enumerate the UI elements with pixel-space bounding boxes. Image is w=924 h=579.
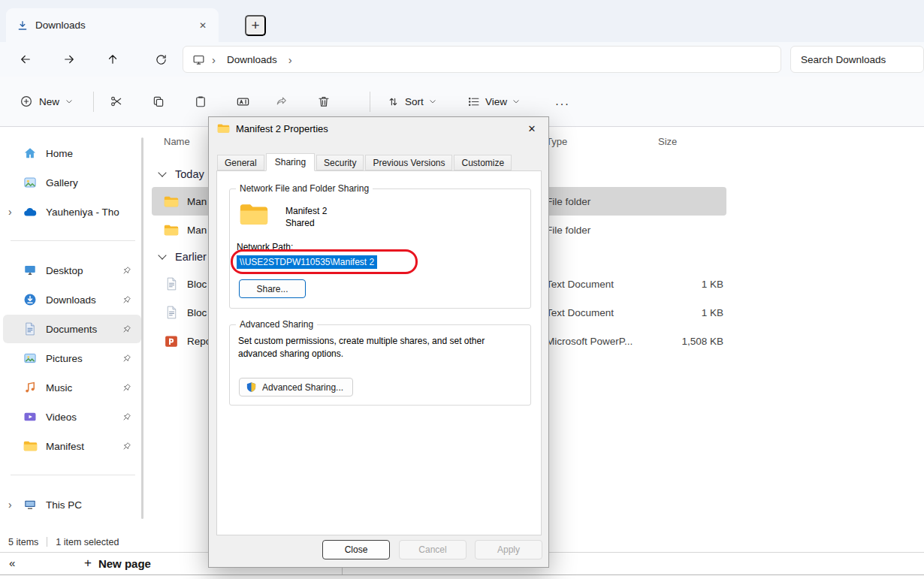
share-button-toolbar[interactable] xyxy=(267,86,297,116)
pin-icon xyxy=(122,324,131,333)
plus-icon: + xyxy=(84,556,92,571)
sidebar-scrollbar[interactable] xyxy=(141,137,143,519)
folder-icon xyxy=(21,440,39,452)
sidebar-item-music[interactable]: Music xyxy=(3,373,141,402)
expand-chevron-icon[interactable]: › xyxy=(8,499,21,511)
sidebar-item-desktop[interactable]: Desktop xyxy=(3,256,141,285)
this-pc-icon xyxy=(21,498,39,511)
view-button[interactable]: View xyxy=(460,86,527,116)
sidebar-item-documents[interactable]: Documents xyxy=(3,315,141,343)
tab-general[interactable]: General xyxy=(217,155,264,170)
scissors-icon xyxy=(110,95,123,108)
expand-chevron-icon[interactable]: › xyxy=(8,206,21,218)
up-button[interactable] xyxy=(98,45,127,74)
apply-button[interactable]: Apply xyxy=(475,540,542,559)
navigation-pane: Home Gallery › Yauheniya - Tho Desktop xyxy=(0,127,146,552)
breadcrumb-chevron-icon[interactable]: › xyxy=(212,53,216,66)
sort-button[interactable]: Sort xyxy=(379,86,444,116)
breadcrumb-downloads[interactable]: Downloads xyxy=(222,52,282,68)
delete-button[interactable] xyxy=(309,86,339,116)
advanced-sharing-description: Set custom permissions, create multiple … xyxy=(238,335,518,360)
new-label: New xyxy=(39,96,59,107)
pin-icon xyxy=(122,354,131,363)
sidebar-item-label: Videos xyxy=(46,412,77,423)
group-title: Advanced Sharing xyxy=(236,319,317,330)
close-button[interactable]: Close xyxy=(322,540,390,559)
more-options-button[interactable]: ... xyxy=(549,86,576,116)
group-label: Today xyxy=(175,168,204,180)
search-input[interactable]: Search Downloads xyxy=(790,46,924,73)
text-document-icon xyxy=(162,277,180,291)
share-icon xyxy=(275,95,288,108)
documents-icon xyxy=(21,322,39,336)
folder-icon xyxy=(162,224,180,237)
sidebar-item-onedrive[interactable]: › Yauheniya - Tho xyxy=(3,198,141,226)
network-path-value[interactable]: \\USE2STDPW110535\Manifest 2 xyxy=(237,255,377,269)
window-edge xyxy=(0,574,924,575)
copy-button[interactable] xyxy=(143,86,174,116)
sidebar-item-label: Downloads xyxy=(46,294,96,306)
sidebar-item-label: Yauheniya - Tho xyxy=(46,207,119,218)
chevron-down-icon xyxy=(158,168,166,176)
sidebar-item-label: Documents xyxy=(46,324,97,335)
refresh-icon xyxy=(155,53,168,66)
sidebar-item-videos[interactable]: Videos xyxy=(3,403,141,431)
new-button[interactable]: New xyxy=(11,86,82,116)
column-header-type[interactable]: Type xyxy=(546,136,567,147)
advanced-sharing-group: Advanced Sharing Set custom permissions,… xyxy=(229,324,531,406)
dialog-titlebar[interactable]: Manifest 2 Properties ✕ xyxy=(209,117,548,140)
column-header-size[interactable]: Size xyxy=(658,136,677,147)
tab-security[interactable]: Security xyxy=(316,155,364,170)
file-type: File folder xyxy=(546,196,659,207)
search-placeholder: Search Downloads xyxy=(801,54,886,65)
sidebar-item-gallery[interactable]: Gallery xyxy=(3,168,141,197)
folder-icon xyxy=(217,123,230,134)
collapse-pane-button[interactable]: « xyxy=(9,556,15,569)
tab-sharing[interactable]: Sharing xyxy=(266,153,315,171)
new-tab-button[interactable]: + xyxy=(245,15,266,36)
column-header-name[interactable]: Name xyxy=(164,136,190,147)
close-tab-button[interactable]: ✕ xyxy=(193,16,213,35)
navigation-bar: › Downloads › Search Downloads xyxy=(0,42,924,77)
paste-button[interactable] xyxy=(186,86,216,116)
file-size: 1,508 KB xyxy=(659,336,723,347)
group-label: Earlier xyxy=(175,251,207,263)
cancel-button[interactable]: Cancel xyxy=(399,540,467,559)
selection-count: 1 item selected xyxy=(56,537,119,547)
sidebar-divider xyxy=(11,240,135,241)
refresh-button[interactable] xyxy=(146,45,175,74)
sidebar-item-pictures[interactable]: Pictures xyxy=(3,344,141,372)
chevron-down-icon xyxy=(158,251,166,259)
sidebar-item-downloads[interactable]: Downloads xyxy=(3,285,141,314)
dialog-close-icon[interactable]: ✕ xyxy=(520,119,544,137)
tab-downloads[interactable]: Downloads ✕ xyxy=(6,8,219,42)
tab-title: Downloads xyxy=(35,20,186,31)
properties-dialog: Manifest 2 Properties ✕ General Sharing … xyxy=(208,116,549,568)
forward-button[interactable] xyxy=(55,45,83,74)
breadcrumb-chevron-icon[interactable]: › xyxy=(288,53,292,66)
status-divider xyxy=(47,537,47,547)
new-page-button[interactable]: + New page xyxy=(84,556,151,571)
dialog-tabs: General Sharing Security Previous Versio… xyxy=(217,153,513,170)
sidebar-item-manifest[interactable]: Manifest xyxy=(3,432,141,460)
new-page-label: New page xyxy=(98,557,151,570)
tab-customize[interactable]: Customize xyxy=(454,155,512,170)
view-label: View xyxy=(485,96,507,107)
file-type: Text Document xyxy=(546,279,659,290)
plus-circle-icon xyxy=(20,95,33,108)
sidebar-item-this-pc[interactable]: › This PC xyxy=(3,490,141,519)
sidebar-item-label: Pictures xyxy=(46,353,83,364)
sidebar-item-home[interactable]: Home xyxy=(3,139,141,167)
tab-previous-versions[interactable]: Previous Versions xyxy=(365,155,452,170)
advanced-sharing-button[interactable]: Advanced Sharing... xyxy=(239,378,353,397)
download-icon xyxy=(17,20,29,32)
tab-bar: Downloads ✕ + xyxy=(0,0,924,42)
rename-button[interactable] xyxy=(228,86,258,116)
gallery-icon xyxy=(21,176,39,189)
back-button[interactable] xyxy=(11,45,40,74)
share-button[interactable]: Share... xyxy=(239,279,306,298)
address-bar[interactable]: › Downloads › xyxy=(183,46,781,73)
cut-button[interactable] xyxy=(101,86,131,116)
desktop-icon xyxy=(21,264,39,277)
folder-icon xyxy=(239,202,269,227)
